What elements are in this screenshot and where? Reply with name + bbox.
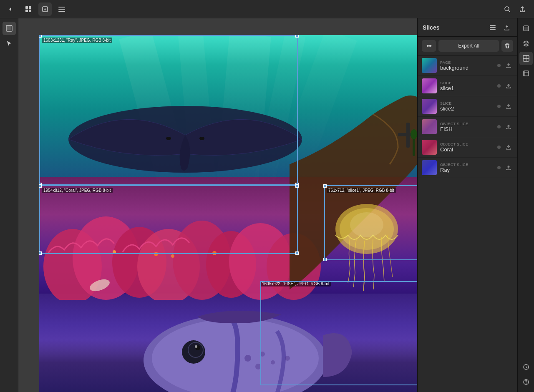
slice-export-background-button[interactable]: [504, 61, 513, 70]
grid-button[interactable]: [22, 3, 35, 16]
back-button[interactable]: [5, 3, 18, 16]
slice-name-slice1: slice1: [440, 85, 494, 91]
slice-info-coral: Object Slice Coral: [440, 142, 494, 153]
svg-point-26: [212, 251, 217, 255]
artwork-canvas: 1603x1231, "Ray", JPEG, RGB 8-bit 1954x8…: [39, 35, 417, 392]
svg-rect-56: [524, 71, 529, 76]
right-layers2-button[interactable]: [519, 37, 533, 50]
svg-point-8: [505, 7, 509, 11]
left-toolbar: [0, 18, 18, 392]
slice-item-fish[interactable]: Object Slice FISH: [418, 117, 517, 137]
more-options-button[interactable]: •••: [422, 40, 436, 52]
slice-export-ray-button[interactable]: [504, 163, 513, 172]
slice-thumb-slice2: [422, 99, 437, 114]
slice-info-fish: Object Slice FISH: [440, 122, 494, 132]
slice-item-background[interactable]: Page background: [418, 55, 517, 76]
svg-point-24: [171, 254, 174, 258]
svg-point-13: [166, 137, 171, 140]
hamburger-menu-button[interactable]: [55, 3, 68, 16]
svg-rect-49: [490, 27, 496, 28]
slice-type-slice2: Slice: [440, 101, 494, 106]
slice-thumb-slice1: [422, 78, 437, 93]
svg-line-9: [509, 10, 510, 12]
export-bar: ••• Export All: [418, 37, 517, 55]
slice-item-ray[interactable]: Object Slice Ray: [418, 158, 517, 178]
select-tool-button[interactable]: [3, 37, 16, 50]
history-button[interactable]: [519, 360, 533, 374]
svg-point-47: [285, 356, 290, 361]
search-toolbar-button[interactable]: [501, 3, 514, 16]
slice-export-slice2-button[interactable]: [504, 102, 513, 111]
right-layers-button[interactable]: [519, 22, 533, 35]
share-toolbar-button[interactable]: [516, 3, 529, 16]
slice-thumb-coral: [422, 140, 437, 155]
svg-point-14: [199, 137, 204, 140]
svg-point-31: [411, 129, 417, 139]
slice-thumb-fish: [422, 119, 437, 134]
slice-type-background: Page: [440, 60, 494, 65]
slice-thumb-ray: [422, 160, 437, 175]
slice-list: Page background Slice slice1: [418, 55, 517, 392]
svg-point-40: [188, 342, 203, 357]
slice-export-fish-button[interactable]: [504, 122, 513, 131]
slice-type-fish: Object Slice: [440, 122, 494, 126]
panel-export-icon-button[interactable]: [501, 22, 512, 33]
main-area: 1603x1231, "Ray", JPEG, RGB 8-bit 1954x8…: [0, 18, 534, 392]
canvas-area[interactable]: 1603x1231, "Ray", JPEG, RGB 8-bit 1954x8…: [18, 18, 417, 392]
svg-point-23: [154, 252, 158, 256]
slice-dot-fish: [497, 125, 501, 128]
slice-name-fish: FISH: [440, 126, 494, 132]
svg-point-36: [350, 212, 383, 237]
svg-point-43: [244, 355, 251, 362]
right-crop-button[interactable]: [519, 67, 533, 80]
slice-thumb-background: [422, 58, 437, 73]
right-slices-button[interactable]: [519, 52, 533, 65]
svg-rect-3: [29, 10, 31, 12]
svg-point-46: [271, 360, 275, 364]
slice-item-slice2[interactable]: Slice slice2: [418, 96, 517, 117]
svg-point-44: [260, 352, 265, 357]
svg-rect-7: [58, 11, 65, 12]
panel-menu-button[interactable]: [487, 22, 498, 33]
slice-export-coral-button[interactable]: [504, 143, 513, 152]
slice-type-ray: Object Slice: [440, 163, 494, 167]
svg-rect-0: [25, 6, 28, 9]
slice-name-background: background: [440, 65, 494, 71]
svg-point-59: [526, 383, 526, 384]
slice-item-slice1[interactable]: Slice slice1: [418, 76, 517, 96]
slices-panel: Slices ••• Export All: [417, 18, 517, 392]
slice-dot-slice1: [497, 84, 501, 88]
delete-button[interactable]: [501, 40, 513, 52]
svg-rect-1: [29, 6, 31, 9]
stingray-element: [64, 77, 306, 185]
slice-name-coral: Coral: [440, 146, 494, 153]
slice-info-slice1: Slice slice1: [440, 81, 494, 91]
svg-rect-2: [25, 10, 28, 12]
toolbar: [0, 0, 534, 18]
slice-info-ray: Object Slice Ray: [440, 163, 494, 173]
slice-dot-ray: [497, 166, 501, 169]
slice-info-background: Page background: [440, 60, 494, 71]
svg-point-42: [195, 345, 197, 348]
slice-type-slice1: Slice: [440, 81, 494, 85]
jellyfish-element: [325, 196, 408, 291]
panel-title: Slices: [423, 24, 484, 31]
help-button[interactable]: [519, 375, 533, 389]
svg-point-45: [255, 364, 261, 369]
svg-rect-11: [7, 26, 11, 30]
layers-tool-button[interactable]: [3, 22, 16, 35]
slice-dot-slice2: [497, 105, 501, 108]
slice-export-slice1-button[interactable]: [504, 81, 513, 90]
svg-rect-6: [58, 9, 65, 10]
slice-type-coral: Object Slice: [440, 142, 494, 146]
svg-rect-48: [490, 25, 496, 26]
slice-item-coral[interactable]: Object Slice Coral: [418, 137, 517, 158]
edit-mode-button[interactable]: [38, 3, 52, 16]
panel-header: Slices: [418, 18, 517, 37]
export-all-button[interactable]: Export All: [438, 40, 499, 52]
slice-info-slice2: Slice slice2: [440, 101, 494, 112]
svg-point-25: [113, 250, 116, 254]
clownfish-element: [114, 294, 356, 392]
svg-rect-5: [58, 7, 65, 8]
svg-rect-50: [490, 29, 496, 30]
